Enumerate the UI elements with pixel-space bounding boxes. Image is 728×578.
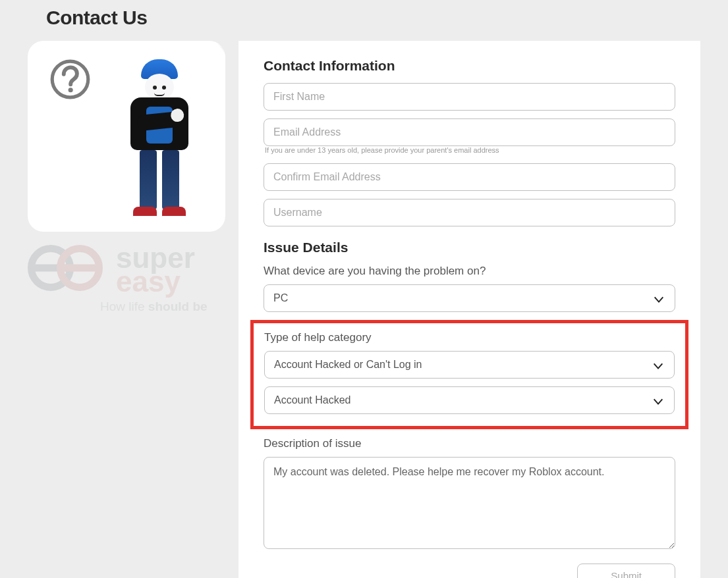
question-icon [49, 58, 92, 101]
watermark-tagline: How life should be [28, 300, 232, 314]
contact-info-heading: Contact Information [264, 58, 675, 74]
description-label: Description of issue [264, 437, 675, 450]
help-category-label: Type of help category [264, 331, 675, 344]
username-input[interactable] [264, 199, 675, 226]
first-name-input[interactable] [264, 83, 675, 111]
avatar-illustration [120, 59, 199, 217]
watermark-logo: super easy How life should be [28, 245, 232, 314]
svg-point-1 [69, 88, 73, 92]
help-category-select[interactable]: Account Hacked or Can't Log in [264, 351, 675, 379]
form-panel: Contact Information If you are under 13 … [238, 41, 700, 578]
watermark-text-2: easy [116, 269, 232, 295]
help-category-highlight: Type of help category Account Hacked or … [250, 320, 688, 429]
email-helper-text: If you are under 13 years old, please pr… [265, 146, 675, 154]
confirm-email-input[interactable] [264, 163, 675, 191]
issue-details-heading: Issue Details [264, 240, 675, 255]
email-input[interactable] [264, 118, 675, 146]
device-label: What device are you having the problem o… [264, 265, 675, 278]
help-subcategory-select[interactable]: Account Hacked [264, 386, 675, 414]
device-select[interactable]: PC [264, 284, 675, 312]
submit-button[interactable]: Submit [577, 564, 675, 578]
hero-card [28, 41, 225, 232]
description-textarea[interactable] [264, 457, 675, 549]
page-title: Contact Us [46, 7, 700, 29]
